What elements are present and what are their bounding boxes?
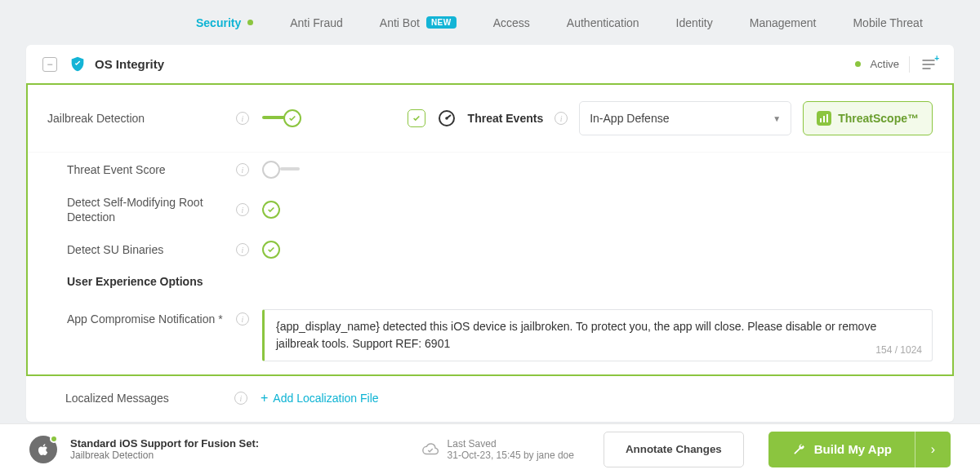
- threatscope-icon: [817, 111, 831, 126]
- svg-rect-2: [923, 68, 931, 69]
- tab-mobile-threat[interactable]: Mobile Threat: [853, 16, 922, 29]
- footer-title: Standard iOS Support for Fusion Set:: [70, 437, 259, 450]
- status-dot-icon: [247, 20, 253, 25]
- defense-select[interactable]: In-App Defense ▼: [579, 101, 791, 135]
- check-su-binaries[interactable]: [262, 241, 280, 259]
- build-next-button[interactable]: ›: [915, 432, 951, 467]
- annotate-button[interactable]: Annotate Changes: [604, 432, 744, 467]
- collapse-button[interactable]: −: [42, 57, 57, 72]
- build-button[interactable]: Build My App: [768, 432, 915, 467]
- add-localization-button[interactable]: + Add Localization File: [261, 391, 379, 405]
- select-value: In-App Defense: [590, 112, 669, 125]
- label-jailbreak: Jailbreak Detection: [47, 112, 223, 125]
- wrench-icon: [791, 442, 806, 457]
- row-localized: Localized Messages i + Add Localization …: [26, 376, 954, 422]
- label-localized: Localized Messages: [46, 392, 221, 405]
- check-self-mod[interactable]: [262, 201, 280, 219]
- svg-rect-7: [826, 114, 828, 122]
- info-icon[interactable]: i: [236, 203, 249, 216]
- platform-badge: [29, 436, 57, 463]
- label-su-binaries: Detect SU Binaries: [47, 243, 223, 256]
- row-jailbreak: Jailbreak Detection i Threat Events i In…: [28, 85, 952, 153]
- panel-body: Jailbreak Detection i Threat Events i In…: [26, 83, 954, 376]
- tab-management[interactable]: Management: [750, 16, 817, 29]
- row-threat-score: Threat Event Score i: [28, 153, 952, 187]
- last-saved-value: 31-Oct-23, 15:45 by jane doe: [448, 450, 574, 461]
- row-su-binaries: Detect SU Binaries i: [28, 233, 952, 267]
- plus-icon: +: [261, 391, 268, 405]
- info-icon[interactable]: i: [236, 312, 249, 326]
- tab-security[interactable]: Security: [196, 16, 253, 29]
- tab-authentication[interactable]: Authentication: [567, 16, 639, 29]
- chevron-right-icon: ›: [931, 442, 935, 457]
- shield-icon: [69, 55, 87, 73]
- last-saved-label: Last Saved: [448, 438, 574, 450]
- toggle-threat-score[interactable]: [262, 161, 301, 179]
- panel-title: OS Integrity: [95, 57, 164, 71]
- svg-rect-6: [823, 116, 825, 122]
- speedometer-icon: [437, 109, 457, 128]
- footer-bar: Standard iOS Support for Fusion Set: Jai…: [0, 423, 980, 474]
- footer-subtitle: Jailbreak Detection: [70, 450, 259, 461]
- chevron-down-icon: ▼: [773, 114, 781, 123]
- status-dot-icon: [50, 435, 58, 443]
- label-threat-score: Threat Event Score: [47, 163, 223, 176]
- info-icon[interactable]: i: [555, 112, 568, 125]
- info-icon[interactable]: i: [236, 163, 249, 176]
- notification-textarea[interactable]: {app_display_name} detected this iOS dev…: [262, 309, 933, 361]
- last-saved: Last Saved 31-Oct-23, 15:45 by jane doe: [421, 438, 574, 461]
- divider: [909, 56, 910, 73]
- svg-rect-0: [923, 60, 935, 61]
- info-icon[interactable]: i: [234, 392, 247, 405]
- settings-add-icon[interactable]: +: [920, 55, 938, 73]
- tab-identity[interactable]: Identity: [676, 16, 713, 29]
- tab-label: Security: [196, 16, 241, 29]
- label-self-mod: Detect Self-Modifying Root Detection: [47, 195, 223, 224]
- threat-events-checkbox[interactable]: [408, 109, 425, 127]
- top-nav: Security Anti Fraud Anti Bot NEW Access …: [0, 0, 980, 45]
- tab-anti-bot[interactable]: Anti Bot NEW: [380, 16, 457, 29]
- os-integrity-panel: − OS Integrity Active + Jailbreak Detect…: [26, 45, 954, 422]
- label-app-notification: App Compromise Notification *: [47, 309, 223, 326]
- tab-anti-fraud[interactable]: Anti Fraud: [290, 16, 343, 29]
- new-badge: NEW: [426, 16, 457, 29]
- status-text: Active: [871, 58, 899, 70]
- svg-rect-1: [923, 64, 935, 65]
- row-self-mod: Detect Self-Modifying Root Detection i: [28, 187, 952, 233]
- threat-events-label: Threat Events: [468, 112, 544, 125]
- tab-access[interactable]: Access: [493, 16, 530, 29]
- row-ux-heading: User Experience Options: [28, 267, 952, 296]
- ux-heading: User Experience Options: [47, 275, 203, 288]
- threatscope-button[interactable]: ThreatScope™: [803, 101, 933, 135]
- svg-point-4: [445, 117, 448, 120]
- status-dot-icon: [855, 61, 861, 67]
- cloud-check-icon: [421, 441, 439, 458]
- row-app-notification: App Compromise Notification * i {app_dis…: [28, 296, 952, 374]
- info-icon[interactable]: i: [236, 112, 249, 125]
- toggle-jailbreak[interactable]: [262, 109, 301, 127]
- apple-icon: [36, 442, 51, 457]
- info-icon[interactable]: i: [236, 243, 249, 256]
- char-count: 154 / 1024: [875, 344, 922, 356]
- footer-left-text: Standard iOS Support for Fusion Set: Jai…: [70, 437, 259, 461]
- notification-text: {app_display_name} detected this iOS dev…: [276, 318, 920, 352]
- svg-rect-5: [820, 118, 822, 122]
- panel-header: − OS Integrity Active +: [26, 45, 954, 84]
